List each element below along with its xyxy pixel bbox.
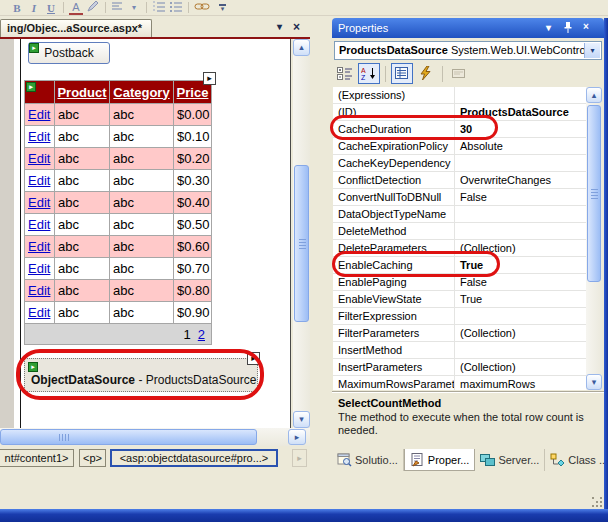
properties-view-icon[interactable] — [391, 63, 413, 84]
edit-link[interactable]: Edit — [28, 283, 50, 298]
property-row[interactable]: EnablePaging False — [333, 274, 586, 291]
table-row: Edit abc abc $0.90 — [25, 302, 212, 324]
tab-server-explorer[interactable]: Server... — [475, 449, 545, 471]
col-header-category[interactable]: Category — [110, 81, 174, 104]
hyperlink-icon[interactable] — [194, 0, 210, 17]
property-row[interactable]: CacheKeyDependency — [333, 155, 586, 172]
scroll-up-button[interactable]: ▴ — [586, 87, 602, 103]
categorized-icon[interactable] — [334, 63, 356, 84]
window-position-chevron-icon[interactable]: ▾ — [546, 22, 551, 33]
property-name: MaximumRowsParamet — [333, 376, 455, 390]
italic-icon[interactable]: I — [27, 2, 41, 14]
property-row[interactable]: EnableCaching True — [333, 257, 586, 274]
category-cell: abc — [110, 258, 174, 280]
properties-title-bar[interactable]: Properties ▾ × — [332, 18, 604, 38]
property-row[interactable]: FilterExpression — [333, 308, 586, 325]
window-edge-bottom — [0, 509, 608, 522]
highlight-icon[interactable] — [86, 0, 100, 17]
bold-icon[interactable]: B — [10, 2, 24, 14]
tag-nav-p-button[interactable]: <p> — [79, 449, 106, 467]
pager-current-page: 1 — [184, 327, 191, 342]
underline-icon[interactable]: U — [44, 2, 58, 14]
tab-list-chevron-icon[interactable]: ▾ — [277, 21, 282, 32]
description-property-name: SelectCountMethod — [338, 397, 598, 409]
events-lightning-icon[interactable] — [415, 63, 437, 84]
table-row: Edit abc abc $0.40 — [25, 192, 212, 214]
object-type: System.Web.UI.WebControl — [451, 44, 588, 56]
edit-link[interactable]: Edit — [28, 129, 50, 144]
property-name: DataObjectTypeName — [333, 206, 455, 222]
property-value: True — [455, 291, 586, 307]
tab-class-view[interactable]: Class ... — [545, 449, 608, 471]
property-row[interactable]: FilterParameters (Collection) — [333, 325, 586, 342]
alphabetical-sort-icon[interactable]: AZ — [358, 63, 380, 84]
close-icon[interactable]: × — [583, 21, 589, 32]
category-cell: abc — [110, 236, 174, 258]
property-row[interactable]: EnableViewState True — [333, 291, 586, 308]
properties-vertical-scrollbar[interactable]: ▴ ▾ — [586, 87, 602, 390]
tag-nav-content-button[interactable]: nt#content1> — [0, 449, 74, 467]
property-name: DeleteParameters — [333, 240, 455, 256]
property-row[interactable]: ConflictDetection OverwriteChanges — [333, 172, 586, 189]
edit-link[interactable]: Edit — [28, 261, 50, 276]
property-row[interactable]: MaximumRowsParamet maximumRows — [333, 376, 586, 390]
toolbar-separator — [105, 2, 106, 13]
product-cell: abc — [55, 214, 110, 236]
properties-object-dropdown[interactable]: ProductsDataSource System.Web.UI.WebCont… — [334, 41, 602, 60]
property-row[interactable]: ConvertNullToDBNull False — [333, 189, 586, 206]
edit-link[interactable]: Edit — [28, 239, 50, 254]
font-color-icon[interactable]: A — [69, 1, 83, 15]
property-name: CacheExpirationPolicy — [333, 138, 455, 154]
scroll-thumb[interactable] — [587, 105, 601, 282]
edit-link[interactable]: Edit — [28, 305, 50, 320]
edit-link[interactable]: Edit — [28, 151, 50, 166]
property-row[interactable]: DataObjectTypeName — [333, 206, 586, 223]
property-row[interactable]: DeleteParameters (Collection) — [333, 240, 586, 257]
toolbar-overflow-icon[interactable]: ▾ — [219, 4, 226, 11]
edit-link[interactable]: Edit — [28, 217, 50, 232]
vs-main-window: B I U A ▾ ▾ ing/Objec...aSource.aspx* ▾ … — [0, 0, 608, 522]
edit-link[interactable]: Edit — [28, 173, 50, 188]
scroll-right-button[interactable]: ▸ — [288, 429, 306, 445]
scroll-down-button[interactable]: ▾ — [586, 374, 602, 390]
property-name: EnableCaching — [333, 257, 455, 273]
edit-link[interactable]: Edit — [28, 107, 50, 122]
tag-nav-objectdatasource-button[interactable]: <asp:objectdatasource#pro...> — [110, 449, 278, 467]
scroll-up-button[interactable]: ▴ — [293, 39, 310, 56]
numbered-list-icon[interactable] — [152, 0, 166, 17]
document-tab[interactable]: ing/Objec...aSource.aspx* — [0, 19, 152, 37]
tab-properties[interactable]: Proper... — [404, 449, 476, 471]
category-cell: abc — [110, 126, 174, 148]
bullet-list-icon[interactable] — [169, 0, 183, 17]
tab-solution-explorer[interactable]: Solutio... — [332, 449, 404, 471]
align-dropdown-icon[interactable]: ▾ — [127, 3, 141, 12]
objectdatasource-smart-tag-button[interactable]: ▸ — [247, 352, 260, 365]
property-row[interactable]: CacheExpirationPolicy Absolute — [333, 138, 586, 155]
scroll-down-button[interactable]: ▾ — [293, 411, 310, 428]
property-description-pane: SelectCountMethod The method to execute … — [332, 391, 604, 448]
pager-page-2-link[interactable]: 2 — [198, 327, 205, 342]
dropdown-chevron-icon[interactable]: ▾ — [584, 43, 600, 58]
edit-link[interactable]: Edit — [28, 195, 50, 210]
scroll-thumb[interactable] — [294, 165, 309, 322]
resize-grip[interactable] — [592, 497, 603, 508]
property-row[interactable]: DeleteMethod — [333, 223, 586, 240]
property-row[interactable]: (ID) ProductsDataSource — [333, 104, 586, 121]
col-header-product[interactable]: Product — [55, 81, 110, 104]
auto-hide-pin-icon[interactable] — [564, 22, 572, 36]
designer-vertical-scrollbar[interactable]: ▴ ▾ — [293, 39, 310, 428]
postback-button[interactable]: Postback — [28, 42, 110, 64]
property-row[interactable]: InsertMethod — [333, 342, 586, 359]
scroll-thumb[interactable] — [0, 429, 257, 445]
objectdatasource-control[interactable]: ▸ ObjectDataSource - ProductsDataSource — [24, 358, 258, 392]
tab-close-icon[interactable]: × — [293, 20, 300, 34]
gridview-smart-tag-button[interactable]: ▸ — [203, 72, 216, 85]
table-row: Edit abc abc $0.10 — [25, 126, 212, 148]
property-name: (Expressions) — [333, 87, 455, 103]
property-row[interactable]: CacheDuration 30 — [333, 121, 586, 138]
align-icon[interactable] — [111, 0, 124, 17]
property-row[interactable]: InsertParameters (Collection) — [333, 359, 586, 376]
property-row[interactable]: (Expressions) — [333, 87, 586, 104]
designer-horizontal-scrollbar[interactable]: ▸ — [0, 428, 310, 446]
product-cell: abc — [55, 236, 110, 258]
